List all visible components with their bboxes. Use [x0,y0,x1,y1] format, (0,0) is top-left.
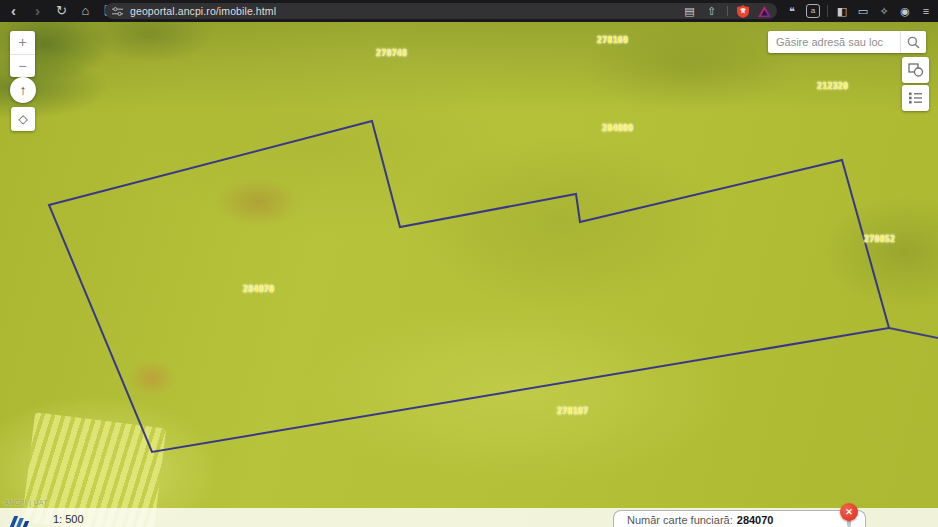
translate-icon[interactable]: a [806,4,820,18]
leo-ai-icon[interactable]: ✧ [877,0,891,22]
legend-icon [908,91,923,105]
url-text: geoportal.ancpi.ro/imobile.html [130,5,276,17]
menu-icon[interactable]: ≡ [919,0,933,22]
zoom-out-button[interactable]: − [10,55,35,78]
cadastre-label: Număr carte funciară: [627,514,733,526]
parcel-outline-layer [0,22,938,527]
parcel-label: 270852 [864,235,895,244]
map-canvas[interactable]: 270748 278169 284000 212320 284070 27085… [0,22,938,527]
search-box: Găsire adresă sau loc [768,31,926,53]
scale-indicator: 1: 500 [53,513,84,525]
speech-bubble-icon[interactable]: ❝ [785,0,799,22]
zoom-control: + − [10,31,35,77]
cadastre-value: 284070 [737,514,774,526]
home-icon[interactable]: ⌂ [78,0,93,22]
geolocate-button[interactable]: ◇ [11,107,35,131]
parcel-label: 278169 [597,36,628,45]
cadastre-number-field[interactable]: Număr carte funciară: 284070 [613,510,866,527]
parcel-label-selected: 284070 [243,285,274,294]
compass-north-button[interactable]: ↑ [10,77,36,103]
address-bar[interactable]: geoportal.ancpi.ro/imobile.html ▤ ⇧ [105,3,777,19]
ancpi-logo [12,516,28,527]
brave-shields-icon[interactable] [737,5,749,18]
browser-toolbar: ‹ › ↻ ⌂ ❏ geoportal.ancpi.ro/imobile.htm… [0,0,938,22]
vpn-shield-icon[interactable]: ◉ [898,0,912,22]
app-window: ‹ › ↻ ⌂ ❏ geoportal.ancpi.ro/imobile.htm… [0,0,938,527]
divider [727,6,728,16]
sidebar-icon[interactable]: ◧ [835,0,849,22]
zoom-in-button[interactable]: + [10,31,35,55]
site-settings-icon[interactable] [112,6,123,17]
forward-icon[interactable]: › [30,0,45,22]
basemap-icon [908,63,924,77]
divider [827,5,828,17]
selected-parcel-outline[interactable] [49,121,889,452]
legend-button[interactable] [902,85,929,111]
parcel-label: 284000 [602,124,633,133]
parcel-label: 270748 [376,49,407,58]
wallet-icon[interactable]: ▭ [856,0,870,22]
adjacent-parcel-line [889,328,938,338]
parcel-label: 212320 [817,82,848,91]
reader-mode-icon[interactable]: ▤ [683,3,696,19]
extension-triangle-icon[interactable] [758,6,771,17]
basemap-gallery-button[interactable] [902,57,929,83]
reload-icon[interactable]: ↻ [54,0,69,22]
back-icon[interactable]: ‹ [6,0,21,22]
close-results-button[interactable]: ✕ [840,503,858,521]
share-icon[interactable]: ⇧ [705,3,718,19]
map-attribution: ANCPI | UAT [4,499,48,506]
search-input[interactable]: Găsire adresă sau loc [768,36,900,48]
search-icon[interactable] [900,31,926,53]
parcel-label: 278107 [557,407,588,416]
